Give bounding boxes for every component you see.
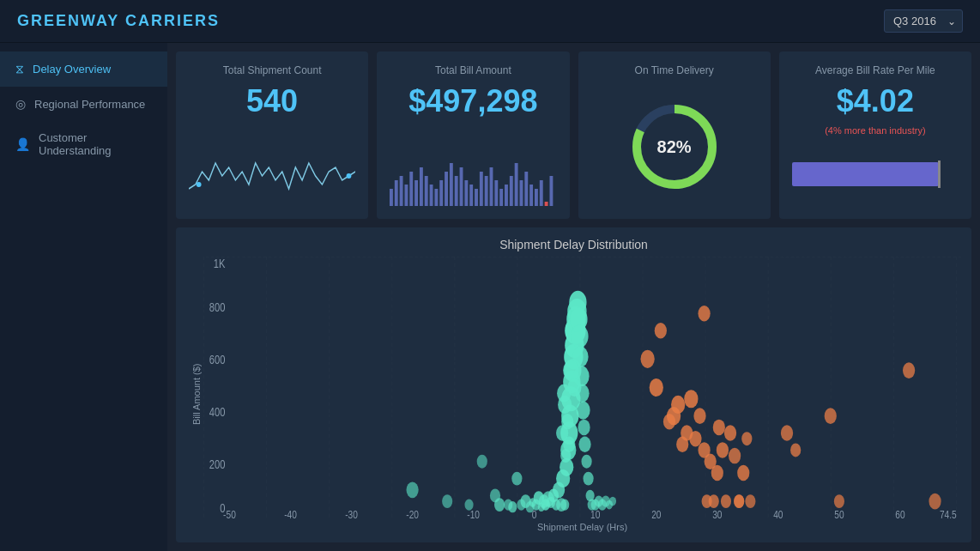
quarter-select[interactable]: Q3 2016 <box>884 9 963 33</box>
svg-rect-22 <box>490 167 493 206</box>
svg-point-123 <box>650 378 663 397</box>
svg-point-142 <box>741 432 752 445</box>
sidebar-label-regional-performance: Regional Performance <box>34 98 145 111</box>
svg-point-153 <box>903 362 915 378</box>
svg-rect-27 <box>515 163 518 206</box>
svg-text:40: 40 <box>773 508 783 518</box>
svg-point-115 <box>567 378 581 397</box>
svg-point-145 <box>676 437 688 453</box>
svg-point-118 <box>464 499 473 510</box>
svg-point-155 <box>734 494 744 508</box>
svg-point-98 <box>581 455 591 469</box>
svg-rect-4 <box>400 176 403 206</box>
kpi-total-bill-amount: Total Bill Amount $497,298 <box>377 51 569 219</box>
globe-icon: ◎ <box>15 97 26 111</box>
scatter-chart-section: Shipment Delay Distribution Bill Amount … <box>176 227 971 542</box>
donut-chart-area: 82% <box>591 83 758 206</box>
svg-text:600: 600 <box>209 352 226 366</box>
svg-point-139 <box>729 448 741 464</box>
sidebar-item-delay-overview[interactable]: ⧖ Delay Overview <box>0 51 167 87</box>
svg-point-150 <box>790 443 801 457</box>
svg-rect-23 <box>495 180 499 206</box>
svg-rect-18 <box>469 185 473 206</box>
bar-chart-svg <box>390 137 556 206</box>
x-axis-label: Shipment Delay (Hrs) <box>203 522 961 532</box>
sidebar-item-customer-understanding[interactable]: 👤 Customer Understanding <box>0 121 167 167</box>
svg-point-138 <box>724 425 736 441</box>
svg-point-121 <box>504 499 512 510</box>
svg-text:30: 30 <box>712 508 723 518</box>
svg-point-136 <box>717 442 729 458</box>
svg-text:-30: -30 <box>345 508 358 518</box>
svg-point-137 <box>721 494 731 508</box>
svg-point-107 <box>609 497 616 506</box>
svg-point-151 <box>825 408 837 424</box>
svg-point-143 <box>745 494 755 508</box>
svg-point-146 <box>641 350 655 368</box>
svg-rect-29 <box>525 172 529 206</box>
svg-text:-40: -40 <box>284 508 297 518</box>
svg-point-114 <box>563 360 578 381</box>
svg-rect-14 <box>450 163 453 206</box>
svg-point-1 <box>347 173 352 179</box>
svg-rect-17 <box>465 180 469 206</box>
svg-point-91 <box>571 325 588 348</box>
svg-rect-15 <box>455 176 458 206</box>
svg-text:1K: 1K <box>214 257 226 271</box>
person-icon: 👤 <box>15 137 30 151</box>
svg-point-149 <box>781 425 793 441</box>
kpi-value-shipment: 540 <box>246 83 298 119</box>
svg-rect-8 <box>420 167 423 206</box>
bar-chart-area <box>390 124 556 206</box>
svg-point-97 <box>578 437 590 453</box>
svg-text:400: 400 <box>209 404 226 419</box>
svg-rect-16 <box>460 167 463 206</box>
svg-text:60: 60 <box>895 508 905 518</box>
scatter-chart-title: Shipment Delay Distribution <box>186 238 961 251</box>
svg-point-111 <box>556 425 568 441</box>
svg-point-148 <box>698 306 710 322</box>
svg-rect-33 <box>545 202 548 206</box>
svg-point-147 <box>655 323 667 339</box>
svg-point-120 <box>490 489 500 503</box>
kpi-title-ontime: On Time Delivery <box>635 64 714 76</box>
svg-point-128 <box>689 431 701 447</box>
svg-rect-13 <box>445 172 448 206</box>
kpi-value-avgrate: $4.02 <box>837 83 914 119</box>
sidebar-item-regional-performance[interactable]: ◎ Regional Performance <box>0 87 167 121</box>
svg-rect-32 <box>540 180 543 206</box>
svg-point-152 <box>834 494 844 508</box>
svg-point-133 <box>709 494 719 508</box>
svg-point-134 <box>711 465 723 481</box>
sidebar: ⧖ Delay Overview ◎ Regional Performance … <box>0 43 167 551</box>
donut-container: 82% <box>627 100 722 194</box>
svg-rect-31 <box>535 189 538 206</box>
svg-rect-28 <box>520 180 523 206</box>
kpi-title-bill: Total Bill Amount <box>435 64 511 76</box>
quarter-selector[interactable]: Q3 2016 <box>884 9 963 33</box>
svg-rect-30 <box>529 185 533 206</box>
donut-label: 82% <box>657 137 692 157</box>
svg-point-99 <box>584 472 594 486</box>
svg-rect-24 <box>499 189 503 206</box>
svg-rect-20 <box>480 172 483 206</box>
svg-rect-3 <box>395 180 398 206</box>
svg-rect-6 <box>410 172 414 206</box>
svg-rect-25 <box>505 185 508 206</box>
scatter-inner: 1K 800 600 400 200 0 -50 -40 -30 -20 -10 <box>203 257 961 532</box>
industry-bar <box>792 162 939 186</box>
svg-point-117 <box>442 494 452 508</box>
content-area: Total Shipment Count 540 Total Bill Amou… <box>167 43 980 551</box>
svg-rect-11 <box>435 189 439 206</box>
svg-rect-19 <box>475 189 478 206</box>
hourglass-icon: ⧖ <box>15 62 24 76</box>
kpi-row: Total Shipment Count 540 Total Bill Amou… <box>176 51 971 219</box>
svg-point-119 <box>477 455 487 469</box>
y-axis-label: Bill Amount ($) <box>186 257 203 532</box>
svg-text:50: 50 <box>834 508 844 518</box>
main-layout: ⧖ Delay Overview ◎ Regional Performance … <box>0 43 980 551</box>
svg-point-129 <box>693 408 705 424</box>
svg-rect-34 <box>550 176 554 206</box>
svg-point-141 <box>737 465 749 481</box>
svg-text:74.5: 74.5 <box>940 508 957 518</box>
